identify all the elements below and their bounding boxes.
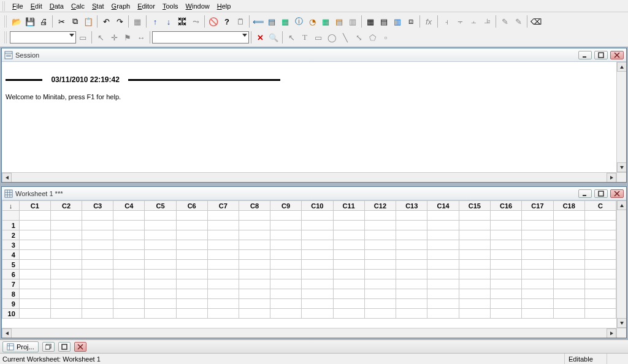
grid-cell[interactable] bbox=[176, 270, 207, 279]
grid-cell[interactable] bbox=[364, 221, 396, 230]
grid-cell[interactable] bbox=[364, 240, 396, 250]
grid-cell[interactable] bbox=[82, 289, 113, 299]
line-tool-icon[interactable]: ╲ bbox=[339, 31, 352, 44]
grid-cell[interactable] bbox=[396, 270, 427, 279]
grid-cell[interactable] bbox=[522, 240, 553, 250]
name-row-header[interactable] bbox=[2, 211, 20, 221]
align-2-icon[interactable]: ⫟ bbox=[453, 15, 467, 28]
grid-cell[interactable] bbox=[270, 270, 302, 279]
grid-cell[interactable] bbox=[270, 221, 302, 230]
align-1-icon[interactable]: ⫞ bbox=[440, 15, 453, 28]
column-name-cell[interactable] bbox=[239, 211, 270, 221]
session-maximize-button[interactable] bbox=[594, 51, 608, 59]
grid-cell[interactable] bbox=[490, 240, 521, 250]
grid-cell[interactable] bbox=[270, 230, 302, 240]
grid-cell[interactable] bbox=[176, 230, 207, 240]
grid-cell[interactable] bbox=[333, 260, 364, 270]
column-header[interactable]: C9 bbox=[270, 201, 302, 211]
reportpad-icon[interactable]: ▤ bbox=[332, 15, 346, 28]
menu-edit[interactable]: Edit bbox=[27, 1, 46, 11]
column-header[interactable]: C17 bbox=[522, 201, 553, 211]
scroll-down-icon[interactable] bbox=[617, 162, 626, 172]
worksheet-titlebar[interactable]: Worksheet 1 *** bbox=[2, 187, 626, 200]
info-icon[interactable]: ⓘ bbox=[292, 15, 305, 28]
grid-cell[interactable] bbox=[333, 289, 364, 299]
column-header[interactable]: C2 bbox=[50, 201, 82, 211]
grid-cell[interactable] bbox=[207, 230, 239, 240]
worksheet-maximize-button[interactable] bbox=[594, 189, 608, 198]
grid-cell[interactable] bbox=[553, 250, 584, 260]
grid-cell[interactable] bbox=[522, 230, 553, 240]
grid-cell[interactable] bbox=[82, 221, 113, 230]
column-name-cell[interactable] bbox=[82, 211, 113, 221]
column-header[interactable]: C14 bbox=[427, 201, 459, 211]
toolbar-grip[interactable] bbox=[4, 15, 8, 28]
session-close-button[interactable] bbox=[610, 51, 624, 59]
column-header[interactable]: C4 bbox=[113, 201, 145, 211]
column-name-cell[interactable] bbox=[396, 211, 427, 221]
zoom-icon[interactable]: 🔍 bbox=[267, 31, 280, 44]
grid-cell[interactable] bbox=[113, 289, 145, 299]
grid-cell[interactable] bbox=[302, 309, 333, 319]
fx-icon[interactable]: fx bbox=[422, 15, 435, 28]
grid-cell[interactable] bbox=[145, 260, 176, 270]
chart1-icon[interactable]: ▥ bbox=[391, 15, 404, 28]
grid-cell[interactable] bbox=[239, 221, 270, 230]
grid-cell[interactable] bbox=[176, 299, 207, 309]
grid-cell[interactable] bbox=[239, 289, 270, 299]
column-header[interactable]: C1 bbox=[19, 201, 50, 211]
x-icon[interactable]: ✕ bbox=[253, 31, 267, 44]
grid-cell[interactable] bbox=[427, 299, 459, 309]
column-name-cell[interactable] bbox=[490, 211, 521, 221]
grid-corner[interactable]: ↓ bbox=[2, 201, 20, 211]
menu-editor[interactable]: Editor bbox=[134, 1, 159, 11]
grid-cell[interactable] bbox=[207, 299, 239, 309]
session-body[interactable]: 03/11/2010 22:19:42 Welcome to Minitab, … bbox=[2, 62, 626, 182]
grid-cell[interactable] bbox=[490, 230, 521, 240]
grid-cell[interactable] bbox=[50, 279, 82, 289]
row-header[interactable]: 4 bbox=[2, 250, 20, 260]
grid-cell[interactable] bbox=[302, 221, 333, 230]
grid-cell[interactable] bbox=[239, 270, 270, 279]
grid-cell[interactable] bbox=[459, 299, 490, 309]
print-icon[interactable]: 🖨 bbox=[37, 15, 50, 28]
layout-icon[interactable]: ▥ bbox=[346, 15, 359, 28]
grid-cell[interactable] bbox=[207, 309, 239, 319]
grid-cell[interactable] bbox=[19, 230, 50, 240]
undo-icon[interactable]: ↶ bbox=[99, 15, 113, 28]
crosshair-icon[interactable]: ✛ bbox=[107, 31, 121, 44]
grid-cell[interactable] bbox=[459, 221, 490, 230]
move-icon[interactable]: ↔ bbox=[134, 31, 148, 44]
grid-cell[interactable] bbox=[207, 250, 239, 260]
redo-icon[interactable]: ↷ bbox=[113, 15, 126, 28]
grid-cell[interactable] bbox=[427, 260, 459, 270]
grid-cell[interactable] bbox=[270, 260, 302, 270]
grid-cell[interactable] bbox=[459, 250, 490, 260]
align-3-icon[interactable]: ⫠ bbox=[467, 15, 480, 28]
grid-cell[interactable] bbox=[302, 299, 333, 309]
grid-icon[interactable]: ▦ bbox=[131, 15, 144, 28]
find-icon[interactable] bbox=[175, 15, 189, 28]
eraser-icon[interactable]: ⌫ bbox=[529, 15, 543, 28]
grid-cell[interactable] bbox=[113, 250, 145, 260]
grid-cell[interactable] bbox=[19, 260, 50, 270]
grid-cell[interactable] bbox=[333, 299, 364, 309]
toolbar-grip-2[interactable] bbox=[4, 31, 8, 44]
grid-cell[interactable] bbox=[145, 221, 176, 230]
grid-cell[interactable] bbox=[19, 289, 50, 299]
align-4-icon[interactable]: ⫡ bbox=[480, 15, 494, 28]
column-header[interactable]: C6 bbox=[176, 201, 207, 211]
grid-cell[interactable] bbox=[490, 250, 521, 260]
scroll-up-icon[interactable] bbox=[617, 62, 626, 72]
row-header[interactable]: 3 bbox=[2, 240, 20, 250]
scroll-left-icon[interactable] bbox=[2, 328, 12, 338]
grid-cell[interactable] bbox=[522, 279, 553, 289]
grid-cell[interactable] bbox=[364, 260, 396, 270]
session-titlebar[interactable]: Session bbox=[2, 48, 626, 62]
row-header[interactable]: 6 bbox=[2, 270, 20, 279]
column-header[interactable]: C18 bbox=[553, 201, 584, 211]
grid-cell[interactable] bbox=[145, 279, 176, 289]
grid-cell[interactable] bbox=[302, 260, 333, 270]
grid-cell[interactable] bbox=[459, 270, 490, 279]
grid-cell[interactable] bbox=[302, 279, 333, 289]
